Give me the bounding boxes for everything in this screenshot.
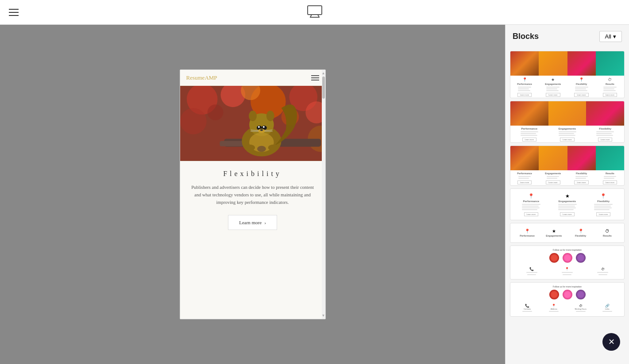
all-filter-button[interactable]: All ▾ [599,31,622,42]
thumb-learn-more: Learn more [546,180,560,184]
svg-point-26 [260,129,262,131]
link-icon: 🔗 [605,304,610,308]
svg-point-13 [207,104,223,120]
block-item[interactable]: 📍 Performance Learn more ★ Engagements L… [510,188,625,220]
thumb-learn-more: Learn more [524,212,538,216]
thumb-col-engagements: ★ Engagements Learn more [549,193,586,216]
block-item[interactable]: Follow us for more inspiration 📞 📍 [510,245,625,280]
social-follow-title: Follow us for more inspiration [514,249,621,251]
pin-icon-7: 📍 [552,304,556,308]
pin-icon-2: 📍 [579,77,584,82]
thumb-image-cherry [586,101,624,126]
mobile-description-text: Publishers and advertisers can decide ho… [189,184,316,206]
topbar-center [307,5,323,19]
scroll-up-arrow: ▲ [322,71,325,75]
star-icon: ★ [565,193,570,199]
learn-more-button[interactable]: Learn more › [228,215,277,230]
mobile-preview-frame: ▲ ▼ ResumeAMP [180,69,326,319]
social-follow-title-2: Follow us for more inspiration [514,285,621,288]
thumb-learn-more: Learn more [517,180,532,184]
thumb-col-flexibility: Flexibility Learn more [567,172,596,184]
thumb-col-performance: 📍 Performance [514,229,540,237]
learn-more-label: Learn more [239,220,262,225]
thumb-col-address: 📍 [549,267,585,276]
thumb-col-results: ⏱ Results Learn more [596,77,624,97]
thumb-image-autumn [510,101,548,126]
thumb-image-cherry [567,51,596,76]
block-item[interactable]: 📍 Performance Learn more ★ Engagements L… [510,51,625,98]
mobile-content: Flexibility Publishers and advertisers c… [180,161,325,319]
scroll-down-arrow: ▼ [322,314,325,318]
social-circle-pink-flower-2 [563,290,572,299]
block-item[interactable]: Performance Learn more Engagements Learn… [510,101,625,143]
thumb-image-teal [596,51,624,76]
all-filter-dropdown-icon: ▾ [613,33,616,40]
thumb-image-autumn [510,146,539,170]
thumb-image-sunlight [548,101,587,126]
block-item[interactable]: Follow us for more inspiration 📞 Contact… [510,282,625,317]
svg-point-34 [257,146,266,152]
thumb-col-flexibility: 📍 Flexibility Learn more [585,193,621,216]
thumb-learn-more: Learn more [598,138,612,142]
preview-area: ▲ ▼ ResumeAMP [0,25,505,364]
thumb-learn-more: Learn more [517,93,532,97]
logo-text-main: Resume [186,74,205,81]
thumb-learn-more: Learn more [546,93,560,97]
sidebar-blocks: Blocks All ▾ 📍 Performance Learn more [505,25,629,364]
thumb-col-contacts-2: 📞 Contacts [514,304,540,313]
sidebar-title: Blocks [513,32,539,41]
mobile-logo: ResumeAMP [186,74,217,81]
svg-rect-0 [308,6,322,15]
svg-point-23 [258,126,259,128]
fab-close-button[interactable]: ✕ [602,333,620,351]
svg-point-33 [268,145,278,151]
thumb-col-performance: 📍 Performance Learn more [510,77,539,97]
thumb-image-sunlight [539,51,567,76]
mobile-hero-image [180,86,325,161]
mobile-scrollbar: ▲ ▼ [322,70,325,319]
mobile-nav: ResumeAMP [180,70,325,86]
thumb-col-contacts: 📞 [514,267,549,276]
svg-point-10 [180,108,207,134]
thumb-col-hours-2: ⏱ Working Hours [567,304,594,313]
scrollbar-thumb [322,77,325,99]
thumb-col-hours: ⏱ [585,267,621,276]
thumb-image-teal [596,146,624,170]
thumb-learn-more: Learn more [603,93,617,97]
thumb-image-sunlight [539,146,567,170]
thumb-col-engagements: ★ Engagements [540,229,567,237]
social-circle-pink-flower [563,253,572,263]
thumb-col-performance: Performance Learn more [510,172,539,184]
block-item[interactable]: 📍 Performance ★ Engagements 📍 Flexibilit… [510,223,625,243]
main-area: ▲ ▼ ResumeAMP [0,25,629,364]
all-filter-label: All [605,33,611,40]
thumb-col-address-2: 📍 Address [540,304,567,313]
thumb-learn-more: Learn more [560,138,574,142]
thumb-learn-more: Learn more [574,93,588,97]
svg-point-24 [262,126,264,128]
thumb-learn-more: Learn more [522,138,536,142]
svg-point-19 [249,111,257,121]
thumb-col-links: 🔗 Links [594,304,621,313]
topbar-left [9,9,19,16]
clock-icon-3: ⏱ [601,267,605,271]
mobile-section-title: Flexibility [223,170,282,178]
thumb-learn-more: Learn more [560,212,574,216]
thumb-col-flexibility: 📍 Flexibility [567,229,594,237]
mobile-menu-icon[interactable] [311,75,319,80]
topbar [0,0,629,25]
hamburger-menu-icon[interactable] [9,9,19,16]
thumb-col-engagements: Engagements Learn more [548,127,587,142]
block-item[interactable]: Performance Learn more Engagements Learn… [510,146,625,186]
thumb-col-flexibility: 📍 Flexibility Learn more [567,77,596,97]
thumb-learn-more: Learn more [574,180,588,184]
social-circle-purple-flower-2 [576,290,586,299]
pin-icon-5: 📍 [578,229,583,234]
pin-icon: 📍 [528,193,534,199]
pin-icon: 📍 [522,77,527,82]
logo-text-accent: AMP [205,74,217,81]
thumb-col-performance: Performance Learn more [510,127,548,142]
phone-icon-2: 📞 [525,304,529,308]
star-icon-2: ★ [552,229,556,234]
close-icon: ✕ [608,337,615,347]
